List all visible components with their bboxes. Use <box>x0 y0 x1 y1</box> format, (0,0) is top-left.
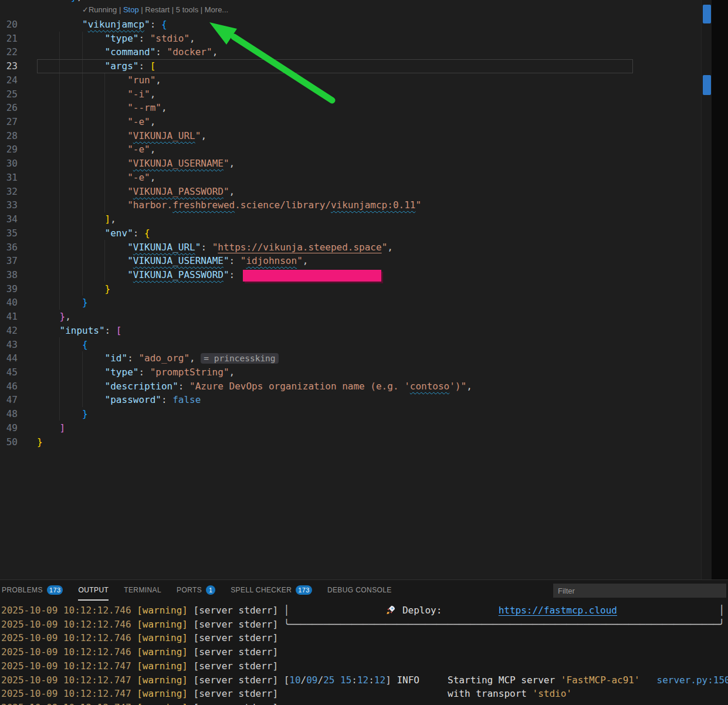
line-number[interactable]: 44 <box>0 351 18 365</box>
check-icon: ✓ <box>82 5 89 14</box>
line-number[interactable]: 27 <box>0 115 18 129</box>
window-edge <box>712 0 728 579</box>
panel-tab-ports[interactable]: PORTS1 <box>177 580 215 601</box>
code-line[interactable]: 38 "VIKUNJA_PASSWORD": <box>0 268 701 282</box>
rocket-icon <box>385 605 397 615</box>
line-number[interactable]: 30 <box>0 157 18 171</box>
line-number[interactable]: 49 <box>0 421 18 435</box>
codelens-tools[interactable]: 5 tools <box>176 5 198 14</box>
code-line[interactable]: 24 "run", <box>0 73 701 87</box>
code-line[interactable]: 27 "-e", <box>0 115 701 129</box>
line-number[interactable]: 46 <box>0 379 18 394</box>
log-line: 2025-10-09 10:12:12.746 [warning] [serve… <box>1 604 728 618</box>
log-line: 2025-10-09 10:12:12.747 [warning] [serve… <box>1 659 728 673</box>
tab-label: OUTPUT <box>78 586 109 594</box>
panel-tab-output[interactable]: OUTPUT <box>78 580 109 601</box>
code-line[interactable]: 45 "type": "promptString", <box>0 365 701 379</box>
code-line[interactable]: 21 "type": "stdio", <box>0 32 701 46</box>
code-editor[interactable]: }, ✓Running | Stop | Restart | 5 tools |… <box>0 0 728 579</box>
code-line[interactable]: 31 "-e", <box>0 171 701 185</box>
line-number[interactable]: 43 <box>0 338 18 352</box>
codelens-stop[interactable]: Stop <box>123 5 139 14</box>
code-line[interactable]: 50} <box>0 435 701 449</box>
line-number[interactable]: 20 <box>0 18 18 32</box>
line-number[interactable]: 22 <box>0 45 18 59</box>
tab-badge: 173 <box>296 585 312 595</box>
code-line[interactable]: 35 "env": { <box>0 226 701 240</box>
code-line[interactable]: 20 "vikunjamcp": { <box>0 18 701 32</box>
code-lines: 20 "vikunjamcp": {21 "type": "stdio",22 … <box>0 18 701 449</box>
tab-badge: 1 <box>206 585 215 595</box>
line-number[interactable]: 45 <box>0 365 18 379</box>
code-line[interactable]: 33 "harbor.freshbrewed.science/library/v… <box>0 198 701 212</box>
line-number[interactable]: 38 <box>0 268 18 282</box>
tab-label: PORTS <box>177 586 202 594</box>
line-number[interactable]: 40 <box>0 296 18 310</box>
code-line[interactable]: 40 } <box>0 296 701 310</box>
source-ref[interactable]: server.py:150 <box>657 675 728 686</box>
code-line[interactable]: 48 } <box>0 407 701 421</box>
codelens-more[interactable]: More... <box>205 5 228 14</box>
line-number[interactable]: 24 <box>0 73 18 87</box>
code-line[interactable]: 29 "-e", <box>0 143 701 157</box>
line-number[interactable]: 32 <box>0 185 18 199</box>
code-line[interactable]: 36 "VIKUNJA_URL": "https://vikunja.steep… <box>0 240 701 255</box>
line-number[interactable]: 33 <box>0 198 18 212</box>
code-line-partial: }, <box>37 0 82 4</box>
panel-tab-terminal[interactable]: TERMINAL <box>124 580 161 601</box>
code-line[interactable]: 39 } <box>0 282 701 296</box>
panel-tab-problems[interactable]: PROBLEMS173 <box>2 580 63 601</box>
code-line[interactable]: 23 "args": [ <box>0 59 701 73</box>
code-line[interactable]: 30 "VIKUNJA_USERNAME", <box>0 157 701 171</box>
code-line[interactable]: 41 }, <box>0 310 701 324</box>
codelens-restart[interactable]: Restart <box>145 5 170 14</box>
log-line: 2025-10-09 10:12:12.747 [warning] [serve… <box>1 687 728 701</box>
log-line: 2025-10-09 10:12:12.747 [warning] [serve… <box>1 673 728 687</box>
output-log[interactable]: 2025-10-09 10:12:12.746 [warning] [serve… <box>1 604 728 705</box>
fastmcp-link[interactable]: https://fastmcp.cloud <box>499 605 617 616</box>
code-line[interactable]: 42 "inputs": [ <box>0 324 701 338</box>
line-number[interactable]: 48 <box>0 407 18 421</box>
line-number[interactable]: 34 <box>0 212 18 226</box>
password-redaction <box>243 270 381 282</box>
line-number[interactable]: 26 <box>0 101 18 115</box>
log-line: 2025-10-09 10:12:12.747 [warning] [serve… <box>1 701 728 705</box>
codelens-bar: ✓Running | Stop | Restart | 5 tools | Mo… <box>82 5 228 14</box>
code-line[interactable]: 34 ], <box>0 212 701 226</box>
code-line[interactable]: 49 ] <box>0 421 701 435</box>
codelens-running: Running <box>89 5 117 14</box>
panel-tab-debug-console[interactable]: DEBUG CONSOLE <box>327 580 392 601</box>
code-line[interactable]: 26 "--rm", <box>0 101 701 115</box>
code-line[interactable]: 32 "VIKUNJA_PASSWORD", <box>0 185 701 199</box>
code-line[interactable]: 43 { <box>0 338 701 352</box>
code-line[interactable]: 28 "VIKUNJA_URL", <box>0 129 701 143</box>
line-number[interactable]: 37 <box>0 254 18 268</box>
log-line: 2025-10-09 10:12:12.746 [warning] [serve… <box>1 631 728 645</box>
line-number[interactable]: 23 <box>0 59 18 73</box>
code-line[interactable]: 46 "description": "Azure DevOps organiza… <box>0 379 701 394</box>
line-number[interactable]: 21 <box>0 32 18 46</box>
line-number[interactable]: 39 <box>0 282 18 296</box>
line-number[interactable]: 28 <box>0 129 18 143</box>
line-number[interactable]: 35 <box>0 226 18 240</box>
code-line[interactable]: 37 "VIKUNJA_USERNAME": "idjohnson", <box>0 254 701 268</box>
code-line[interactable]: 47 "password": false <box>0 393 701 407</box>
line-number[interactable]: 29 <box>0 143 18 157</box>
line-number[interactable]: 47 <box>0 393 18 407</box>
line-number[interactable]: 42 <box>0 324 18 338</box>
line-number[interactable]: 25 <box>0 87 18 101</box>
tab-label: TERMINAL <box>124 586 161 594</box>
tab-badge: 173 <box>47 585 63 595</box>
tab-label: DEBUG CONSOLE <box>327 586 392 594</box>
code-line[interactable]: 22 "command": "docker", <box>0 45 701 59</box>
output-filter-input[interactable] <box>553 584 726 598</box>
panel-tab-spell-checker[interactable]: SPELL CHECKER173 <box>231 580 312 601</box>
line-number[interactable]: 36 <box>0 240 18 255</box>
line-number[interactable]: 41 <box>0 310 18 324</box>
code-line[interactable]: 44 "id": "ado_org", = princessking <box>0 351 701 365</box>
scrollbar[interactable] <box>701 0 712 579</box>
line-number[interactable]: 50 <box>0 435 18 449</box>
scrollbar-decoration <box>703 5 711 23</box>
code-line[interactable]: 25 "-i", <box>0 87 701 101</box>
line-number[interactable]: 31 <box>0 171 18 185</box>
